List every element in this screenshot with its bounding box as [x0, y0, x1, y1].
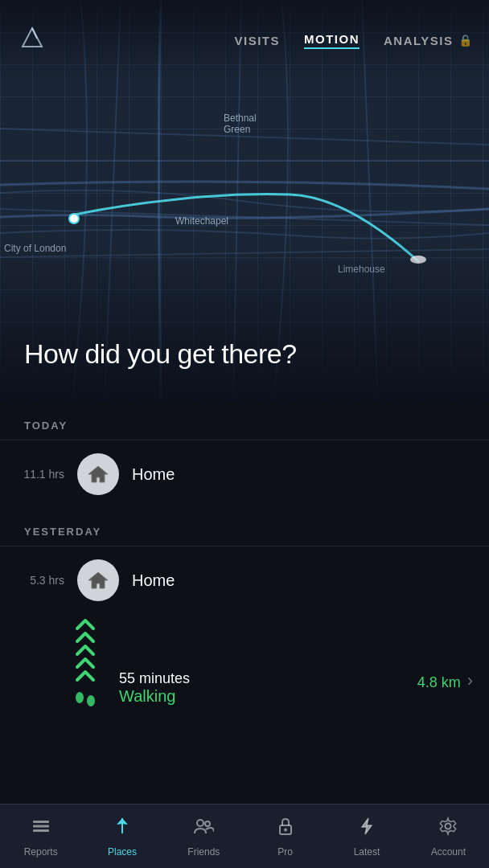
yesterday-home-row[interactable]: 5.3 hrs Home [0, 547, 489, 614]
bottom-nav: Reports Places Friends [0, 804, 489, 868]
nav-item-reports[interactable]: Reports [0, 816, 81, 858]
map-question: How did you get there? [24, 338, 297, 370]
nav-label-pro: Pro [277, 846, 293, 858]
yesterday-place-name: Home [132, 571, 175, 590]
layers-icon [31, 816, 51, 841]
app-logo[interactable] [16, 24, 48, 56]
nav-label-reports: Reports [24, 846, 58, 858]
svg-point-17 [284, 828, 287, 831]
yesterday-place-icon [77, 559, 119, 601]
today-home-row[interactable]: 11.1 hrs Home [0, 440, 489, 508]
nav-item-friends[interactable]: Friends [163, 816, 244, 858]
top-nav: VISITS MOTION ANALYSIS 🔒 [0, 0, 489, 80]
lock-nav-icon [275, 816, 296, 841]
svg-rect-12 [33, 829, 49, 832]
svg-point-18 [446, 823, 451, 829]
nav-label-account: Account [431, 846, 466, 858]
map-label-whitechapel: Whitechapel [175, 215, 228, 227]
nav-label-friends: Friends [187, 846, 220, 858]
today-duration: 11.1 hrs [16, 468, 64, 481]
nav-item-account[interactable]: Account [408, 816, 489, 858]
walking-distance-group: 4.8 km › [417, 614, 473, 691]
svg-point-8 [76, 692, 84, 703]
nav-item-latest[interactable]: Latest [326, 816, 407, 858]
location-icon [112, 816, 133, 841]
tab-visits[interactable]: VISITS [235, 34, 281, 47]
tab-motion[interactable]: MOTION [304, 32, 360, 49]
nav-item-pro[interactable]: Pro [244, 816, 326, 858]
friends-icon [193, 816, 214, 841]
today-place-icon [77, 453, 119, 495]
nav-label-places: Places [108, 846, 137, 858]
tab-analysis[interactable]: ANALYSIS 🔒 [384, 34, 473, 47]
lock-icon: 🔒 [458, 34, 474, 47]
map-overlay [0, 241, 489, 402]
section-header-yesterday: YESTERDAY [0, 508, 489, 546]
svg-point-15 [205, 821, 210, 826]
svg-rect-10 [33, 821, 49, 823]
nav-label-latest: Latest [354, 846, 380, 858]
svg-point-14 [197, 820, 203, 826]
walking-activity-row[interactable]: 55 minutes Walking 4.8 km › [0, 614, 489, 727]
svg-line-7 [32, 28, 37, 39]
walking-duration: 55 minutes [119, 670, 417, 687]
svg-point-9 [87, 695, 95, 706]
nav-item-places[interactable]: Places [81, 816, 162, 858]
walking-info: 55 minutes Walking [119, 614, 417, 706]
map-label-bethnal: BethnalGreen [224, 113, 257, 135]
content-section: TODAY 11.1 hrs Home YESTERDAY 5.3 hrs Ho… [0, 402, 489, 804]
row-chevron-right: › [467, 670, 473, 691]
walking-type: Walking [119, 687, 417, 706]
gear-icon [438, 816, 458, 841]
today-place-name: Home [132, 465, 175, 484]
nav-tabs: VISITS MOTION ANALYSIS 🔒 [235, 32, 473, 49]
svg-rect-11 [33, 825, 49, 827]
walking-distance: 4.8 km [417, 674, 461, 691]
route-start-dot [68, 213, 80, 224]
lightning-icon [356, 816, 377, 841]
yesterday-duration: 5.3 hrs [16, 574, 64, 587]
walking-arrows-icon [64, 614, 106, 710]
section-header-today: TODAY [0, 402, 489, 440]
